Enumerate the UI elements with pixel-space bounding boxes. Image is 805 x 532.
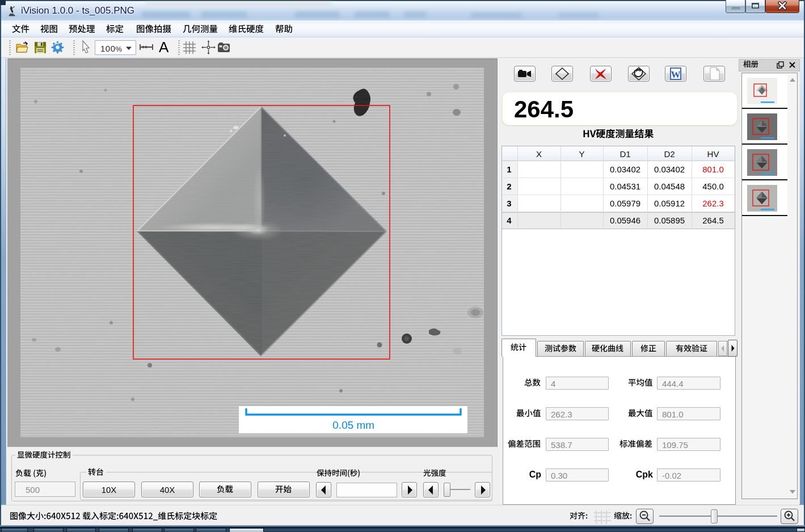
svg-text:0.05 mm: 0.05 mm [332, 419, 374, 431]
svg-text:W: W [671, 69, 681, 80]
